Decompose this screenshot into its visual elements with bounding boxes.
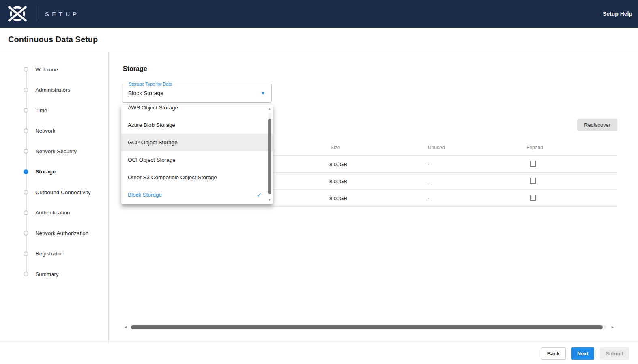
horizontal-scrollbar[interactable]: ◄ ► [123,324,614,330]
sidebar-item-summary[interactable]: Summary [0,264,108,285]
storage-type-select[interactable]: Storage Type for Data Block Storage ▼ [122,84,272,103]
column-header-expand: Expand [526,145,543,150]
storage-type-select-value: Block Storage [128,90,163,96]
storage-type-select-label: Storage Type for Data [127,81,174,87]
brand-logo-icon [5,4,30,23]
dropdown-option-aws-object-storage[interactable]: AWS Object Storage [121,105,273,116]
sidebar-item-administrators[interactable]: Administrators [0,80,108,101]
setup-help-link[interactable]: Setup Help [603,11,632,17]
dropdown-option-block-storage[interactable]: Block Storage ✓ [121,186,273,203]
step-label: Welcome [35,66,58,73]
next-button[interactable]: Next [571,347,594,360]
dropdown-option-azure-blob-storage[interactable]: Azure Blob Storage [121,116,273,134]
scroll-down-icon[interactable]: ▼ [267,198,272,202]
check-icon: ✓ [256,191,262,199]
sidebar-item-network-security[interactable]: Network Security [0,141,108,162]
dropdown-option-oci-object-storage[interactable]: OCI Object Storage [121,151,273,169]
step-label: Authentication [35,210,70,216]
chevron-down-icon[interactable]: ▼ [261,91,265,96]
step-circle-icon [24,108,28,113]
step-circle-icon [24,128,28,133]
expand-checkbox[interactable] [530,195,536,201]
column-header-unused: Unused [428,145,445,150]
dropdown-option-other-s3-compatible-object-storage[interactable]: Other S3 Compatible Object Storage [121,169,273,186]
scroll-right-icon[interactable]: ► [611,325,614,329]
dropdown-scrollbar-thumb[interactable] [268,119,271,194]
back-button[interactable]: Back [541,347,566,360]
step-label: Administrators [35,87,70,93]
sidebar-item-network-authorization[interactable]: Network Authorization [0,223,108,244]
step-label: Registration [35,251,64,257]
sidebar-item-welcome[interactable]: Welcome [0,59,108,80]
step-circle-icon [24,210,28,215]
option-label: Other S3 Compatible Object Storage [128,174,217,180]
expand-checkbox[interactable] [530,178,536,184]
horizontal-scrollbar-thumb[interactable] [131,325,603,329]
sidebar: Welcome Administrators Time Network Netw… [0,52,109,343]
step-label: Time [35,107,47,113]
step-circle-icon [24,272,28,276]
step-label: Outbound Connectivity [35,189,91,195]
cell-size: 8.00GB [329,195,347,201]
option-label: Block Storage [128,192,162,198]
sidebar-item-outbound-connectivity[interactable]: Outbound Connectivity [0,182,108,203]
main-content: Storage Storage Type for Data Block Stor… [109,52,638,343]
cell-unused: - [427,161,429,167]
step-label: Summary [35,271,59,277]
step-circle-icon [24,67,28,72]
step-label: Storage [35,169,56,175]
step-circle-active-icon [24,169,28,174]
step-circle-icon [24,251,28,256]
footer-bar: Back Next Submit [0,343,638,364]
setup-stepper: Welcome Administrators Time Network Netw… [0,52,108,285]
option-label: OCI Object Storage [128,157,176,163]
brand-text: SETUP [45,11,79,17]
sidebar-item-network[interactable]: Network [0,121,108,141]
sidebar-item-time[interactable]: Time [0,100,108,121]
step-circle-icon [24,149,28,154]
scroll-up-icon[interactable]: ▲ [267,107,272,111]
page-title: Continuous Data Setup [8,35,98,44]
topbar-divider [36,6,36,21]
column-header-size: Size [331,145,340,150]
cell-unused: - [427,195,429,201]
storage-type-dropdown-menu: AWS Object Storage Azure Blob Storage GC… [121,105,273,204]
step-circle-icon [24,190,28,195]
page-header: Continuous Data Setup [0,28,638,51]
scroll-left-icon[interactable]: ◄ [124,325,127,329]
option-label: GCP Object Storage [128,139,178,146]
topbar: SETUP Setup Help [0,0,638,28]
step-label: Network [35,128,56,134]
sidebar-item-authentication[interactable]: Authentication [0,203,108,223]
step-label: Network Authorization [35,230,88,236]
dropdown-option-list: AWS Object Storage Azure Blob Storage GC… [121,105,273,203]
option-label: Azure Blob Storage [128,122,175,128]
rediscover-button[interactable]: Rediscover [577,119,617,131]
cell-unused: - [427,178,429,184]
dropdown-option-gcp-object-storage[interactable]: GCP Object Storage [121,134,273,151]
sidebar-item-storage[interactable]: Storage [0,162,108,182]
expand-checkbox[interactable] [530,161,536,167]
cell-size: 8.00GB [329,178,347,184]
step-circle-icon [24,231,28,236]
step-circle-icon [24,88,28,92]
option-label: AWS Object Storage [128,105,178,111]
dropdown-scrollbar[interactable]: ▲ ▼ [266,105,273,204]
submit-button: Submit [600,347,629,360]
step-label: Network Security [35,148,77,154]
cell-size: 8.00GB [329,161,347,167]
sidebar-item-registration[interactable]: Registration [0,244,108,264]
section-heading: Storage [123,65,147,73]
